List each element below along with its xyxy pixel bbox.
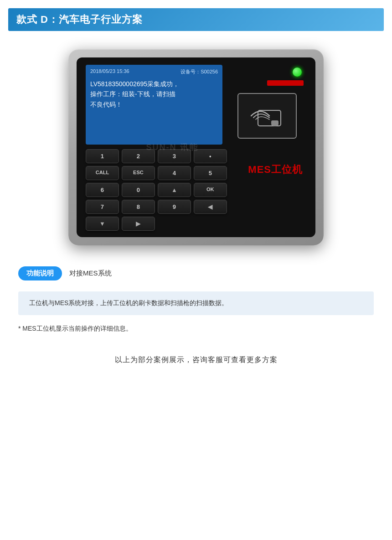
device-section: SUN-N 讯能 2018/05/23 15:36 设备号：S00256 LV5… xyxy=(0,31,392,259)
key-1[interactable]: 1 xyxy=(86,149,119,163)
key-call[interactable]: CALL xyxy=(86,166,119,180)
key-6[interactable]: 6 xyxy=(86,183,119,197)
screen-device-id: 设备号：S00256 xyxy=(181,68,218,75)
cta-text: 以上为部分案例展示，咨询客服可查看更多方案 xyxy=(115,356,278,363)
key-7[interactable]: 7 xyxy=(86,200,119,214)
key-right[interactable]: ▶ xyxy=(122,217,155,231)
info-box-text: 工位机与MES系统对接，上传工位机的刷卡数据和扫描枪的扫描数据。 xyxy=(29,298,363,309)
key-0[interactable]: 0 xyxy=(122,183,155,197)
cta-section: 以上为部分案例展示，咨询客服可查看更多方案 xyxy=(0,337,392,379)
key-ok[interactable]: OK xyxy=(194,183,227,197)
key-esc[interactable]: ESC xyxy=(122,166,155,180)
key-4[interactable]: 4 xyxy=(158,166,191,180)
header-banner: 款式 D：汽车电子行业方案 xyxy=(8,8,384,31)
key-down[interactable]: ▼ xyxy=(86,217,119,231)
screen-message: LV58183500002695采集成功， 操作工序：组装-下线，请扫描 不良代… xyxy=(90,79,218,109)
header-title: 款式 D：汽车电子行业方案 xyxy=(16,14,143,25)
key-5[interactable]: 5 xyxy=(194,166,227,180)
screen-header: 2018/05/23 15:36 设备号：S00256 xyxy=(90,68,218,75)
keypad-right: MES工位机 xyxy=(232,149,306,177)
device-inner: SUN-N 讯能 2018/05/23 15:36 设备号：S00256 LV5… xyxy=(77,57,315,237)
key-up[interactable]: ▲ xyxy=(158,183,191,197)
screen-line2: 操作工序：组装-下线，请扫描 xyxy=(90,89,218,99)
svg-rect-2 xyxy=(271,120,279,125)
right-panel xyxy=(227,65,306,139)
screen-line3: 不良代码！ xyxy=(90,99,218,109)
device-screen: 2018/05/23 15:36 设备号：S00256 LV5818350000… xyxy=(86,65,222,145)
key-left[interactable]: ◀ xyxy=(194,200,227,214)
function-desc: 对接MES系统 xyxy=(69,269,112,278)
note-text: * MES工位机显示当前操作的详细信息。 xyxy=(0,321,392,337)
keypad-area: 1 2 3 • CALL ESC 4 5 6 0 ▲ OK 7 8 9 xyxy=(86,149,306,231)
card-reader xyxy=(237,93,297,139)
key-9[interactable]: 9 xyxy=(158,200,191,214)
device-outer: SUN-N 讯能 2018/05/23 15:36 设备号：S00256 LV5… xyxy=(68,49,324,245)
card-reader-icon xyxy=(247,98,288,134)
function-section: 功能说明 对接MES系统 xyxy=(0,259,392,291)
key-8[interactable]: 8 xyxy=(122,200,155,214)
function-row: 功能说明 对接MES系统 xyxy=(18,266,374,280)
screen-line1: LV58183500002695采集成功， xyxy=(90,79,218,89)
screen-date: 2018/05/23 15:36 xyxy=(90,68,129,75)
key-3[interactable]: 3 xyxy=(158,149,191,163)
function-badge: 功能说明 xyxy=(18,266,62,280)
info-box: 工位机与MES系统对接，上传工位机的刷卡数据和扫描枪的扫描数据。 xyxy=(18,291,374,315)
red-bar xyxy=(267,80,304,86)
led-indicator xyxy=(293,68,302,77)
key-dot[interactable]: • xyxy=(194,149,227,163)
keypad: 1 2 3 • CALL ESC 4 5 6 0 ▲ OK 7 8 9 xyxy=(86,149,227,231)
mes-label: MES工位机 xyxy=(248,163,303,177)
device-top-row: 2018/05/23 15:36 设备号：S00256 LV5818350000… xyxy=(86,65,306,145)
key-2[interactable]: 2 xyxy=(122,149,155,163)
